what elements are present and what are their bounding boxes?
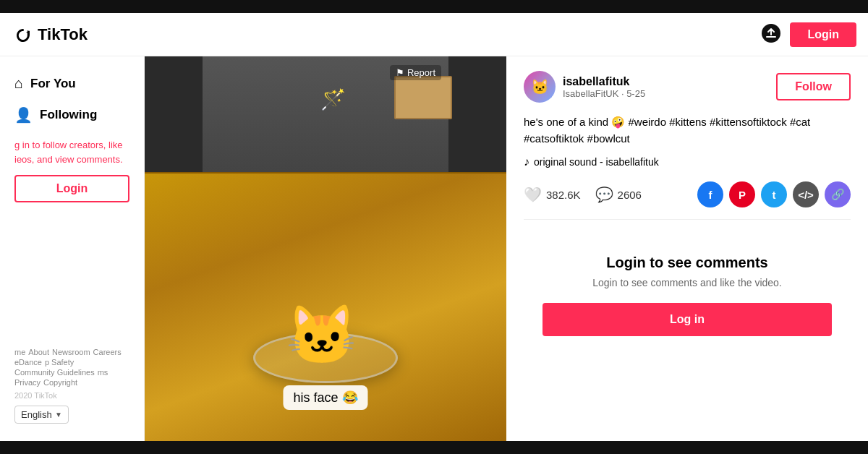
topbar: TikTok Login [0, 13, 868, 56]
sidebar-label-for-you: For You [30, 77, 76, 91]
black-bar-bottom [0, 441, 868, 454]
video-caption: his face 😂 [283, 385, 367, 410]
footer-link-home[interactable]: me [14, 348, 25, 356]
report-button[interactable]: ⚑ Report [390, 65, 441, 80]
topbar-login-button[interactable]: Login [790, 22, 856, 47]
footer-link-privacy[interactable]: Privacy [14, 378, 41, 387]
share-link-button[interactable]: 🔗 [825, 181, 851, 207]
footer-links: me About Newsroom Careers eDance p Safet… [14, 348, 129, 387]
video-description: he's one of a kind 🤪 #weirdo #kittens #k… [524, 114, 851, 147]
creator-meta: IsabellaFitUK · 5-25 [563, 88, 645, 99]
comments-subtitle: Login to see comments and like the video… [524, 277, 851, 288]
sidebar-item-following[interactable]: 👤 Following [9, 99, 135, 131]
footer-link-edance[interactable]: eDance [14, 358, 42, 367]
comments-stat: 💬 2606 [595, 186, 642, 203]
upload-icon[interactable] [761, 23, 781, 46]
video-frame: 🪄 🐱 ⚑ Report his face 😂 [145, 56, 506, 441]
facebook-icon: f [709, 189, 712, 201]
footer-link-copyright[interactable]: Copyright [43, 378, 77, 387]
share-pinterest-button[interactable]: P [729, 181, 755, 207]
twitter-icon: t [773, 189, 776, 201]
creator-row: 🐱 isabellafituk IsabellaFitUK · 5-25 Fol… [524, 71, 851, 103]
sound-label[interactable]: original sound - isabellafituk [534, 156, 659, 168]
language-select[interactable]: English [21, 409, 64, 420]
tiktok-logo-text: TikTok [38, 25, 88, 44]
description-text: he's one of a kind 🤪 #weirdo #kittens #k… [524, 116, 810, 145]
language-selector[interactable]: English ▼ [14, 406, 69, 424]
share-embed-button[interactable]: </> [793, 181, 819, 207]
tiktok-logo-icon [12, 24, 33, 46]
info-panel: 🐱 isabellafituk IsabellaFitUK · 5-25 Fol… [506, 56, 868, 441]
footer-link-safety[interactable]: p Safety [45, 358, 74, 367]
follow-button[interactable]: Follow [776, 73, 851, 100]
link-icon: 🔗 [831, 188, 845, 201]
sidebar-item-for-you[interactable]: ⌂ For You [9, 68, 135, 99]
footer-link-about[interactable]: About [28, 348, 49, 356]
sidebar-label-following: Following [40, 108, 97, 122]
stats-share-row: 🤍 382.6K 💬 2606 f P [524, 181, 851, 220]
report-label: Report [407, 67, 435, 78]
creator-details: isabellafituk IsabellaFitUK · 5-25 [563, 75, 645, 99]
likes-count: 382.6K [546, 189, 581, 201]
heart-icon[interactable]: 🤍 [524, 186, 542, 203]
person-icon: 👤 [14, 106, 33, 124]
share-facebook-button[interactable]: f [697, 181, 723, 207]
footer-copyright: 2020 TikTok [14, 391, 129, 400]
video-cat-toy: 🪄 [320, 87, 346, 111]
video-player[interactable]: 🪄 🐱 ⚑ Report his face 😂 [145, 56, 506, 441]
flag-icon: ⚑ [396, 67, 404, 78]
share-icons: f P t </> 🔗 [697, 181, 851, 207]
footer-link-community[interactable]: Community Guidelines [14, 368, 95, 377]
avatar: 🐱 [524, 71, 556, 103]
comment-icon[interactable]: 💬 [595, 186, 613, 203]
video-box [394, 76, 452, 119]
sidebar-login-prompt: g in to follow creators, like ieos, and … [14, 138, 129, 166]
topbar-logo-area: TikTok [12, 24, 88, 46]
share-twitter-button[interactable]: t [761, 181, 787, 207]
creator-info: 🐱 isabellafituk IsabellaFitUK · 5-25 [524, 71, 645, 103]
sidebar-login-button[interactable]: Login [14, 175, 129, 202]
sound-row: ♪ original sound - isabellafituk [524, 155, 851, 168]
video-cat: 🐱 [286, 307, 358, 364]
comments-count: 2606 [618, 189, 642, 201]
footer-link-careers[interactable]: Careers [93, 348, 122, 356]
comments-login-button[interactable]: Log in [542, 303, 832, 336]
likes-stat: 🤍 382.6K [524, 186, 581, 203]
topbar-right: Login [761, 22, 856, 47]
footer-link-terms[interactable]: ms [98, 368, 109, 377]
home-icon: ⌂ [14, 75, 23, 92]
comments-title: Login to see comments [524, 254, 851, 271]
black-bar-top [0, 0, 868, 13]
pinterest-icon: P [739, 189, 746, 201]
sidebar-footer: me About Newsroom Careers eDance p Safet… [9, 342, 135, 429]
stats-left: 🤍 382.6K 💬 2606 [524, 186, 642, 203]
main-layout: ⌂ For You 👤 Following g in to follow cre… [0, 56, 868, 441]
footer-link-newsroom[interactable]: Newsroom [52, 348, 90, 356]
code-icon: </> [798, 189, 814, 201]
sidebar: ⌂ For You 👤 Following g in to follow cre… [0, 56, 145, 441]
music-icon: ♪ [524, 155, 529, 168]
comments-section: Login to see comments Login to see comme… [524, 240, 851, 351]
creator-username[interactable]: isabellafituk [563, 75, 645, 88]
